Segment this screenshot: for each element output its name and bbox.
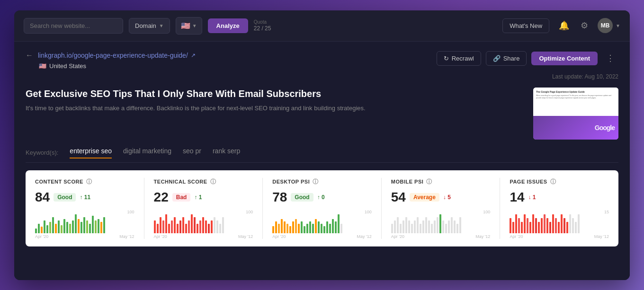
keyword-tab-rank-serp[interactable]: rank serp [213, 147, 240, 158]
score-value-row: 22 Bad ↑ 1 [154, 190, 253, 205]
share-button[interactable]: 🔗 Share [486, 51, 527, 66]
chart-labels: Apr '20 May '12 [35, 234, 134, 239]
chart-bar [456, 224, 458, 233]
info-icon[interactable]: ⓘ [86, 178, 92, 186]
score-value-row: 14 ↓ 1 [510, 190, 609, 205]
page-header-left: ← linkgraph.io/google-page-experience-up… [26, 51, 196, 70]
settings-icon[interactable]: ⚙ [579, 18, 590, 33]
google-logo-text: Google [595, 124, 615, 132]
page-url-link[interactable]: linkgraph.io/google-page-experience-upda… [38, 52, 196, 59]
more-options-button[interactable]: ⋮ [602, 51, 618, 65]
score-number: 54 [391, 190, 406, 205]
score-delta: ↓ 5 [443, 194, 451, 201]
chart-bar [391, 224, 393, 233]
chart-label-left: Apr '20 [510, 234, 523, 239]
chart-bar [518, 218, 520, 233]
notifications-icon[interactable]: 🔔 [557, 18, 571, 33]
chart-bar [454, 220, 456, 233]
search-input[interactable] [24, 18, 123, 34]
page-thumbnail: The Google Page Experience Update Guide … [533, 88, 618, 140]
thumbnail-bottom: Google [533, 116, 618, 140]
chart-bar [69, 224, 71, 233]
chart-bar [75, 214, 77, 233]
chart-bar [188, 220, 190, 233]
chart-bar [397, 217, 399, 233]
chart-bar [422, 220, 424, 233]
flag-selector[interactable]: 🇺🇸 ▼ [176, 17, 202, 35]
chart-bar [425, 217, 427, 233]
avatar[interactable]: MB [598, 18, 613, 33]
chart-bar [154, 220, 156, 233]
chart-bar [216, 220, 218, 233]
score-value-row: 54 Average ↓ 5 [391, 190, 491, 205]
quota-display: Quota 22 / 25 [254, 19, 271, 33]
chart-bar [174, 217, 176, 233]
recrawl-button[interactable]: ↻ Recrawl [437, 51, 481, 66]
chart-bar [558, 222, 560, 233]
user-menu[interactable]: MB ▼ [598, 18, 620, 33]
info-icon[interactable]: ⓘ [550, 178, 556, 186]
keyword-tab-digital-marketing[interactable]: digital marketing [123, 147, 171, 158]
score-delta: ↑ 11 [80, 194, 90, 201]
chart-container: 100 Apr '20 May '12 [35, 210, 134, 239]
chart-bar [160, 217, 161, 233]
chart-bar [179, 220, 181, 233]
keywords-label: Keyword(s): [26, 149, 58, 156]
optimize-content-button[interactable]: Optimize Content [531, 52, 598, 65]
chart-bar [555, 218, 557, 233]
chart-label-left: Apr '20 [35, 234, 48, 239]
keyword-tab-enterprise-seo[interactable]: enterprise seo [70, 147, 112, 158]
thumbnail-text: When searching for a good page experienc… [536, 95, 616, 99]
chart-bar [527, 218, 528, 233]
chart-label-right: May '12 [594, 234, 609, 239]
score-block-desktop-psi: DESKTOP PSI ⓘ 78 Good ↑ 0 100 Apr '20 Ma… [263, 178, 382, 239]
chart-bar [301, 221, 303, 233]
chart-bar [199, 220, 201, 233]
score-label: CONTENT SCORE ⓘ [35, 178, 134, 186]
chart-bar [434, 220, 436, 233]
chart-container: 100 Apr '20 May '12 [391, 210, 491, 239]
chart-bar [208, 224, 210, 233]
analyze-button[interactable]: Analyze [208, 18, 248, 33]
chart-labels: Apr '20 May '12 [510, 234, 609, 239]
score-label: DESKTOP PSI ⓘ [272, 178, 372, 186]
keyword-tab-seo-pr[interactable]: seo pr [183, 147, 201, 158]
chart-bar [295, 219, 297, 233]
chart-bar [572, 218, 574, 233]
chart-bar [451, 217, 453, 233]
chart-bar [312, 224, 314, 233]
score-label: PAGE ISSUES ⓘ [510, 178, 609, 186]
country-flag: 🇺🇸 [39, 62, 46, 70]
info-icon[interactable]: ⓘ [210, 178, 216, 186]
chart-bar [566, 222, 568, 233]
score-delta: ↑ 1 [194, 194, 202, 201]
chart-bar [552, 214, 554, 233]
chart-bar [439, 214, 441, 233]
chart-bar [431, 224, 433, 233]
whats-new-button[interactable]: What's New [502, 18, 549, 33]
chart-bar [340, 224, 342, 233]
chart-bar [544, 214, 546, 233]
chart-label-left: Apr '20 [154, 234, 167, 239]
chart-bar [335, 221, 337, 233]
score-block-content-score: CONTENT SCORE ⓘ 84 Good ↑ 11 100 Apr '20… [35, 178, 144, 239]
domain-button[interactable]: Domain ▼ [129, 18, 170, 34]
top-bar: Domain ▼ 🇺🇸 ▼ Analyze Quota 22 / 25 What… [14, 10, 630, 42]
info-icon[interactable]: ⓘ [426, 178, 432, 186]
breadcrumb-row: ← linkgraph.io/google-page-experience-up… [26, 51, 196, 60]
chart-bar [286, 224, 288, 233]
chart-bar [564, 218, 565, 233]
chart-bar [80, 222, 82, 233]
chart-bar [529, 222, 531, 233]
chart-label-right: May '12 [357, 234, 372, 239]
chart-bar [437, 217, 438, 233]
info-icon[interactable]: ⓘ [313, 178, 319, 186]
top-bar-right: What's New 🔔 ⚙ MB ▼ [502, 18, 620, 33]
back-button[interactable]: ← [26, 51, 33, 60]
chart-bar [292, 221, 294, 233]
quota-value: 22 / 25 [254, 25, 271, 33]
main-content: ← linkgraph.io/google-page-experience-up… [14, 42, 630, 280]
chart-bar [332, 219, 334, 233]
chart-bar [52, 217, 54, 233]
chart-bar [92, 216, 94, 233]
